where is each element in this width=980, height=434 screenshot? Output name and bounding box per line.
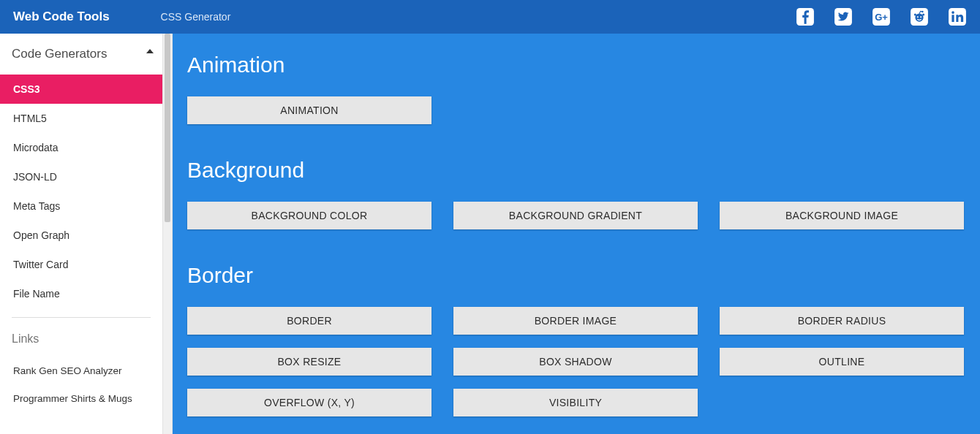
svg-point-5 — [915, 13, 923, 21]
sidebar-item-twitter-card[interactable]: Twitter Card — [0, 250, 162, 279]
tool-button-border-radius[interactable]: BORDER RADIUS — [720, 307, 964, 335]
main-content: AnimationANIMATIONBackgroundBACKGROUND C… — [173, 34, 980, 434]
svg-point-13 — [951, 11, 954, 14]
section-title: Border — [187, 263, 965, 288]
sidebar-heading-links: Links — [0, 322, 162, 357]
sidebar: Code Generators CSS3HTML5MicrodataJSON-L… — [0, 34, 162, 434]
sidebar-link[interactable]: Programmer Shirts & Mugs — [0, 385, 162, 413]
page-subtitle: CSS Generator — [161, 11, 231, 23]
sidebar-scrollbar[interactable] — [162, 34, 173, 434]
section-title: Animation — [187, 53, 965, 77]
sidebar-item-css3[interactable]: CSS3 — [0, 75, 162, 104]
sidebar-item-microdata[interactable]: Microdata — [0, 133, 162, 162]
tool-button-background-color[interactable]: BACKGROUND COLOR — [187, 202, 431, 229]
button-row: BACKGROUND COLORBACKGROUND GRADIENTBACKG… — [187, 202, 965, 229]
tool-button-box-resize[interactable]: BOX RESIZE — [187, 348, 431, 376]
sidebar-item-meta-tags[interactable]: Meta Tags — [0, 191, 162, 221]
button-row: BOX RESIZEBOX SHADOWOUTLINE — [187, 348, 965, 376]
sidebar-item-json-ld[interactable]: JSON-LD — [0, 162, 162, 191]
tool-button-border-image[interactable]: BORDER IMAGE — [453, 307, 698, 335]
button-row: BORDERBORDER IMAGEBORDER RADIUS — [187, 307, 965, 335]
sidebar-heading-generators[interactable]: Code Generators — [0, 34, 162, 75]
tool-button-overflow-x-y-[interactable]: OVERFLOW (X, Y) — [187, 389, 431, 416]
svg-point-6 — [917, 16, 919, 18]
scrollbar-thumb[interactable] — [165, 34, 170, 222]
reddit-icon[interactable] — [910, 7, 929, 26]
sidebar-divider — [12, 317, 151, 318]
button-row: ANIMATION — [187, 96, 965, 124]
svg-text:G+: G+ — [875, 12, 888, 23]
section-title: Background — [187, 158, 965, 183]
brand-title[interactable]: Web Code Tools — [13, 9, 110, 24]
google-plus-icon[interactable]: G+ — [872, 7, 891, 26]
twitter-icon[interactable] — [834, 7, 853, 26]
sidebar-item-html5[interactable]: HTML5 — [0, 104, 162, 133]
svg-point-7 — [920, 16, 921, 18]
topbar: Web Code Tools CSS Generator G+ — [0, 0, 980, 34]
tool-button-visibility[interactable]: VISIBILITY — [453, 389, 698, 416]
sidebar-heading-links-label: Links — [12, 332, 39, 346]
social-icons: G+ — [796, 7, 967, 26]
tool-button-animation[interactable]: ANIMATION — [187, 96, 431, 124]
chevron-up-icon — [146, 49, 154, 53]
tool-button-background-gradient[interactable]: BACKGROUND GRADIENT — [453, 202, 698, 229]
svg-point-8 — [922, 13, 924, 15]
sidebar-item-file-name[interactable]: File Name — [0, 279, 162, 308]
facebook-icon[interactable] — [796, 7, 815, 26]
sidebar-link[interactable]: Rank Gen SEO Analyzer — [0, 357, 162, 385]
button-row: OVERFLOW (X, Y)VISIBILITY — [187, 389, 965, 416]
tool-button-box-shadow[interactable]: BOX SHADOW — [453, 348, 698, 376]
svg-rect-12 — [951, 15, 954, 22]
tool-button-background-image[interactable]: BACKGROUND IMAGE — [720, 202, 964, 229]
svg-point-9 — [914, 13, 916, 15]
sidebar-heading-generators-label: Code Generators — [12, 47, 107, 61]
tool-button-border[interactable]: BORDER — [187, 307, 431, 335]
linkedin-icon[interactable] — [948, 7, 967, 26]
tool-button-outline[interactable]: OUTLINE — [720, 348, 964, 376]
sidebar-item-open-graph[interactable]: Open Graph — [0, 221, 162, 250]
